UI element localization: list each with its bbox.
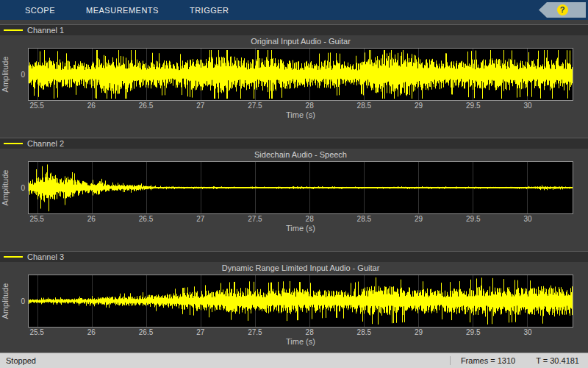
x-axis-label: Time (s) — [28, 224, 573, 233]
legend-line-sample — [4, 256, 23, 258]
status-bar: Stopped Frames = 1310 T = 30.4181 — [0, 353, 588, 368]
x-tick-label: 25.5 — [29, 328, 43, 336]
plot-area[interactable] — [28, 48, 573, 101]
plot-right-margin — [573, 275, 588, 328]
y-axis-label-text: Amplitude — [1, 57, 10, 93]
tab-trigger[interactable]: TRIGGER — [190, 6, 229, 15]
x-tick-label: 30 — [523, 215, 531, 223]
legend-label: Channel 1 — [27, 25, 64, 35]
x-axis-label: Time (s) — [28, 110, 573, 120]
y-axis-label: Amplitude — [0, 48, 10, 101]
x-tick-label: 27 — [196, 328, 204, 336]
legend-line-sample — [4, 143, 23, 144]
x-tick-label: 27 — [196, 215, 204, 223]
x-tick-label: 26 — [87, 102, 96, 110]
y-axis-label-text: Amplitude — [1, 283, 10, 319]
channel-3-panel: Channel 3 Dynamic Range Limited Input Au… — [0, 251, 588, 347]
tab-measurements[interactable]: MEASUREMENTS — [86, 6, 159, 15]
x-tick-label: 29 — [415, 328, 423, 336]
x-tick-label: 28 — [306, 215, 314, 223]
x-tick-label: 29.5 — [466, 215, 480, 223]
x-axis-label: Time (s) — [28, 337, 573, 347]
scope-display-area: Channel 1 Original Input Audio - Guitar … — [0, 20, 588, 353]
x-tick-label: 29 — [415, 215, 423, 223]
x-tick-label: 27 — [196, 102, 204, 110]
y-tick-zero: 0 — [10, 275, 28, 328]
plot-area[interactable] — [28, 275, 573, 328]
help-button[interactable]: ? — [539, 2, 586, 18]
waveform-canvas — [29, 162, 573, 213]
x-tick-label: 26 — [87, 215, 96, 223]
x-tick-label: 27.5 — [248, 328, 262, 336]
plot-right-margin — [573, 161, 588, 214]
x-axis-ticks: 25.52626.52727.52828.52929.530 — [28, 102, 573, 110]
legend-label: Channel 2 — [27, 138, 64, 149]
x-tick-label: 28.5 — [357, 215, 371, 223]
x-tick-label: 28 — [306, 102, 314, 110]
y-axis-label-text: Amplitude — [1, 170, 10, 206]
y-tick-zero: 0 — [10, 161, 28, 214]
waveform-canvas — [29, 49, 573, 100]
status-time: T = 30.4181 — [536, 356, 582, 365]
x-tick-label: 28 — [306, 328, 314, 336]
x-axis-ticks: 25.52626.52727.52828.52929.530 — [28, 215, 573, 224]
plot-right-margin — [573, 48, 588, 101]
y-tick-zero: 0 — [10, 48, 28, 101]
plot-title: Sidechain Audio - Speech — [28, 150, 573, 160]
y-axis-label: Amplitude — [0, 161, 10, 214]
plot-title: Original Input Audio - Guitar — [28, 37, 573, 46]
status-state: Stopped — [6, 356, 36, 365]
x-tick-label: 29 — [415, 102, 423, 110]
x-tick-label: 28.5 — [357, 102, 371, 110]
x-tick-label: 26.5 — [139, 102, 153, 110]
legend-bar[interactable]: Channel 1 — [0, 24, 588, 35]
x-axis-ticks: 25.52626.52727.52828.52929.530 — [28, 328, 573, 337]
x-tick-label: 30 — [523, 102, 531, 110]
x-tick-label: 30 — [523, 328, 531, 336]
help-question-icon: ? — [557, 4, 568, 15]
x-tick-label: 26.5 — [139, 215, 153, 223]
x-tick-label: 27.5 — [248, 215, 262, 223]
x-tick-label: 29.5 — [466, 102, 480, 110]
x-tick-label: 28.5 — [357, 328, 371, 336]
x-tick-label: 25.5 — [29, 215, 43, 223]
scope-toolstrip: SCOPE MEASUREMENTS TRIGGER ? — [0, 0, 588, 20]
x-tick-label: 26 — [87, 328, 96, 336]
y-axis-label: Amplitude — [0, 275, 10, 328]
x-tick-label: 27.5 — [248, 102, 262, 110]
channel-1-panel: Channel 1 Original Input Audio - Guitar … — [0, 24, 588, 120]
plot-area[interactable] — [28, 161, 573, 214]
x-tick-label: 25.5 — [29, 102, 43, 110]
legend-label: Channel 3 — [27, 252, 64, 262]
legend-bar[interactable]: Channel 3 — [0, 251, 588, 262]
channel-2-panel: Channel 2 Sidechain Audio - Speech Ampli… — [0, 138, 588, 233]
plot-title: Dynamic Range Limited Input Audio - Guit… — [28, 263, 573, 273]
tab-scope[interactable]: SCOPE — [25, 6, 55, 15]
x-tick-label: 26.5 — [139, 328, 153, 336]
legend-bar[interactable]: Channel 2 — [0, 138, 588, 149]
legend-line-sample — [4, 29, 23, 31]
waveform-canvas — [29, 275, 573, 327]
x-tick-label: 29.5 — [466, 328, 480, 336]
status-frames: Frames = 1310 — [450, 356, 515, 365]
